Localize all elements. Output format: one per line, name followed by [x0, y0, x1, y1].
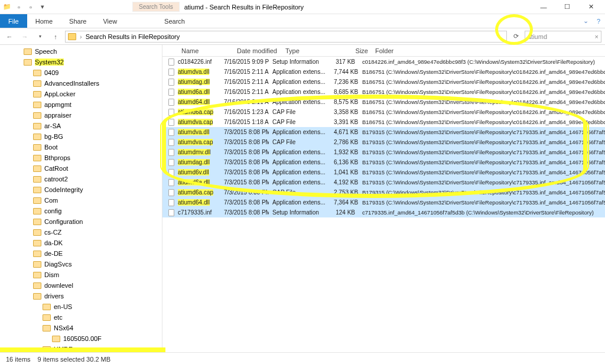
- tree-item[interactable]: CodeIntegrity: [0, 184, 162, 195]
- ribbon-home-tab[interactable]: Home: [27, 14, 61, 28]
- file-row[interactable]: c0184226.inf7/16/2015 9:09 PMSetup Infor…: [162, 57, 605, 67]
- qat-dropdown-icon[interactable]: ▾: [38, 2, 47, 12]
- tree-item[interactable]: bg-BG: [0, 131, 162, 142]
- tree-item[interactable]: Configuration: [0, 216, 162, 227]
- tree-item[interactable]: config: [0, 206, 162, 216]
- tree-item[interactable]: drivers: [0, 291, 162, 301]
- tree-item[interactable]: de-DE: [0, 248, 162, 259]
- clear-search-icon[interactable]: ×: [595, 33, 599, 40]
- tree-item[interactable]: Bthprops: [0, 152, 162, 163]
- tree-item[interactable]: 1605050.00F: [0, 333, 162, 344]
- folder-icon: [33, 112, 41, 119]
- results-list[interactable]: Name Date modified Type Size Folder c018…: [162, 45, 605, 352]
- tree-item[interactable]: downlevel: [0, 280, 162, 291]
- tree-item[interactable]: cs-CZ: [0, 227, 162, 238]
- file-row[interactable]: atiumd6a.cap7/16/2015 1:23 AMCAP File3,3…: [162, 107, 605, 117]
- file-row[interactable]: atiumd64.dll7/3/2015 8:08 PMApplication …: [162, 197, 605, 207]
- tree-item[interactable]: UMDF: [0, 344, 162, 352]
- file-row[interactable]: atiumd6a.dll7/3/2015 8:08 PMApplication …: [162, 177, 605, 187]
- close-button[interactable]: ✕: [579, 1, 603, 14]
- tree-item-label: 0409: [44, 69, 58, 76]
- tree-item[interactable]: Dism: [0, 269, 162, 280]
- file-folder: B179315 (C:\Windows\System32\DriverStore…: [359, 199, 605, 206]
- file-folder: c7179335.inf_amd64_14671056f7af5d3b (C:\…: [359, 209, 605, 216]
- navigation-tree[interactable]: SpeechSystem320409AdvancedInstallersAppL…: [0, 45, 162, 352]
- tree-item[interactable]: System32: [0, 57, 162, 67]
- tree-item-label: en-US: [54, 303, 72, 310]
- file-size: 8,575 KB: [330, 99, 359, 105]
- tree-item[interactable]: appraiser: [0, 110, 162, 121]
- tree-item[interactable]: DiagSvcs: [0, 259, 162, 269]
- tree-item[interactable]: CatRoot: [0, 163, 162, 174]
- file-row[interactable]: atiumdva.dll7/3/2015 8:08 PMApplication …: [162, 127, 605, 137]
- file-type: Application extens...: [269, 169, 330, 176]
- file-name: atiumdva.cap: [178, 119, 220, 125]
- tree-item-label: Speech: [35, 48, 57, 55]
- recent-dropdown[interactable]: ▾: [34, 31, 46, 43]
- file-row[interactable]: atiumdag.dll7/16/2015 2:11 AMApplication…: [162, 77, 605, 87]
- tree-item[interactable]: AppLocker: [0, 89, 162, 99]
- tree-item[interactable]: AdvancedInstallers: [0, 78, 162, 89]
- col-date[interactable]: Date modified: [233, 47, 282, 54]
- file-size: 2,753 KB: [330, 189, 359, 196]
- address-input[interactable]: › Search Results in FileRepository: [65, 31, 507, 43]
- properties-icon[interactable]: ▫: [14, 2, 24, 12]
- folder-icon: [33, 282, 41, 289]
- file-name: atiumd6a.dll: [178, 179, 220, 186]
- file-row[interactable]: atiumd6a.dll7/16/2015 2:11 AMApplication…: [162, 87, 605, 97]
- tree-item-label: Com: [44, 197, 58, 204]
- file-row[interactable]: atiumdmv.dll7/3/2015 8:08 PMApplication …: [162, 147, 605, 157]
- tree-item[interactable]: da-DK: [0, 238, 162, 248]
- search-input[interactable]: atiumd ×: [525, 31, 601, 43]
- file-row[interactable]: atiumdag.dll7/3/2015 8:08 PMApplication …: [162, 157, 605, 167]
- help-icon[interactable]: ?: [597, 18, 600, 25]
- tree-item-label: bg-BG: [44, 133, 63, 140]
- refresh-button[interactable]: ⟳: [510, 31, 521, 42]
- tree-item[interactable]: Com: [0, 195, 162, 206]
- file-name: atiumdmv.dll: [178, 149, 220, 155]
- file-icon: [167, 58, 175, 66]
- file-name: atiumdag.dll: [178, 79, 220, 85]
- ribbon-file-tab[interactable]: File: [0, 14, 27, 28]
- file-row[interactable]: atiumdva.dll7/16/2015 2:11 AMApplication…: [162, 67, 605, 77]
- col-folder[interactable]: Folder: [372, 47, 605, 54]
- tree-item[interactable]: NSx64: [0, 323, 162, 333]
- tree-item-label: Dism: [44, 271, 59, 278]
- file-row[interactable]: atiumdva.cap7/3/2015 8:08 PMCAP File2,78…: [162, 137, 605, 147]
- file-row[interactable]: atiumd64.dll7/16/2015 2:11 AMApplication…: [162, 97, 605, 107]
- col-size[interactable]: Size: [343, 47, 372, 54]
- file-icon: [167, 119, 175, 126]
- search-tools-tab[interactable]: Search Tools: [132, 2, 180, 12]
- tree-item[interactable]: ar-SA: [0, 121, 162, 131]
- up-button[interactable]: ↑: [50, 31, 61, 43]
- maximize-button[interactable]: ☐: [555, 1, 579, 14]
- forward-button[interactable]: →: [19, 31, 31, 43]
- folder-icon: [68, 33, 76, 40]
- ribbon-view-tab[interactable]: View: [95, 14, 125, 28]
- address-bar: ← → ▾ ↑ › Search Results in FileReposito…: [0, 28, 605, 45]
- folder-icon: [33, 123, 41, 129]
- back-button[interactable]: ←: [4, 31, 15, 43]
- file-row[interactable]: c7179335.inf7/3/2015 8:08 PMSetup Inform…: [162, 207, 605, 217]
- file-row[interactable]: atiumd6a.cap7/3/2015 8:08 PMCAP File2,75…: [162, 187, 605, 197]
- file-size: 2,786 KB: [330, 139, 359, 145]
- col-name[interactable]: Name: [178, 47, 233, 54]
- tree-item[interactable]: Boot: [0, 142, 162, 152]
- column-headers[interactable]: Name Date modified Type Size Folder: [162, 45, 605, 57]
- minimize-button[interactable]: —: [532, 1, 555, 14]
- tree-item[interactable]: 0409: [0, 67, 162, 78]
- file-row[interactable]: atiumd6v.dll7/3/2015 8:08 PMApplication …: [162, 167, 605, 177]
- ribbon-search-tab[interactable]: Search: [156, 14, 193, 28]
- tree-item[interactable]: catroot2: [0, 174, 162, 184]
- file-row[interactable]: atiumdva.cap7/16/2015 1:18 AMCAP File3,3…: [162, 117, 605, 127]
- new-folder-icon[interactable]: ▫: [26, 2, 35, 12]
- col-type[interactable]: Type: [282, 47, 343, 54]
- tree-item[interactable]: Speech: [0, 46, 162, 57]
- ribbon-share-tab[interactable]: Share: [61, 14, 95, 28]
- tree-item[interactable]: etc: [0, 312, 162, 323]
- file-date: 7/16/2015 2:11 AM: [220, 99, 269, 105]
- ribbon-expand-icon[interactable]: ⌄: [583, 17, 588, 25]
- tree-item[interactable]: appmgmt: [0, 99, 162, 110]
- tree-item[interactable]: en-US: [0, 301, 162, 312]
- tree-item-label: CatRoot: [44, 165, 68, 172]
